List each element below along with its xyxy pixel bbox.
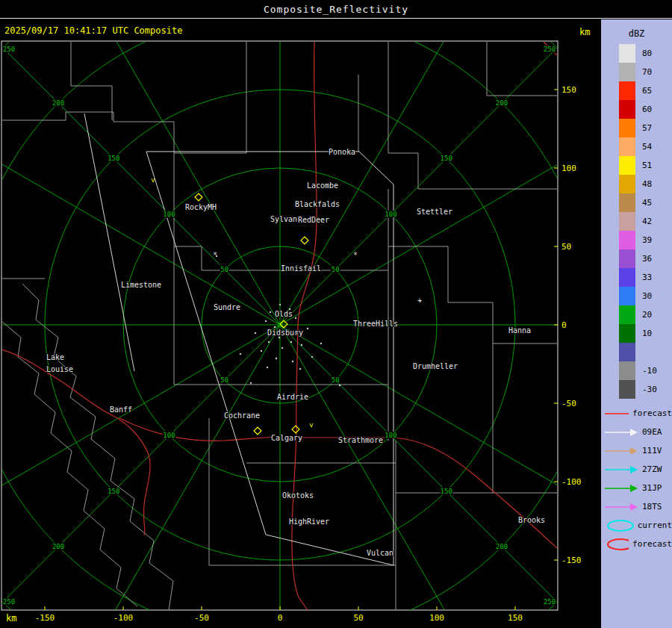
city-label: Cochrane [224, 411, 260, 420]
y-axis-label: 50 [561, 242, 571, 252]
legend-label: forecast [632, 539, 672, 549]
colorbar-entry: 39 [619, 231, 672, 249]
colorbar-swatch [619, 137, 635, 156]
city-label: Ponoka [329, 148, 355, 156]
legend-label: 09EA [642, 427, 662, 437]
legend-sidebar: dBZ 80706560575451484542393633302010-10-… [601, 19, 672, 628]
ring-distance-label: 100 [385, 432, 396, 439]
city-label: Olds [275, 310, 293, 318]
x-axis-label: -100 [113, 613, 134, 623]
city-label: Stettler [417, 208, 452, 216]
timestamp-readout: 2025/09/17 10:41:17 UTC Composite [4, 25, 182, 36]
colorbar-value-label: 48 [642, 179, 652, 189]
colorbar-value-label: 42 [642, 217, 652, 226]
colorbar-value-label: 30 [642, 291, 652, 301]
km-unit-top: km [579, 27, 590, 37]
city-label: Vulcan [367, 549, 393, 557]
radar-app-window: Composite_Reflectivity [0, 0, 672, 628]
radar-site-diamond-marker [195, 193, 202, 201]
legend-entry: 18TS [603, 497, 672, 516]
x-axis-label: 0 [278, 613, 283, 623]
city-label: Calgary [271, 434, 302, 442]
city-label: Sundre [214, 303, 240, 311]
colorbar-value-label: 60 [642, 105, 652, 114]
legend-entries: forecast09EA111V27ZW31JP18TScurrentforec… [603, 404, 672, 553]
city-label: HighRiver [289, 517, 329, 526]
city-label: Drumheller [413, 362, 458, 370]
legend-arrow-icon [603, 462, 638, 477]
echo-asterisk: * [213, 251, 217, 259]
city-label: ThreeHills [353, 320, 398, 328]
legend-arrow-icon [603, 444, 638, 458]
colorbar-entry: 42 [619, 212, 672, 231]
colorbar-entry: 54 [619, 137, 672, 156]
city-label: Lacombe [307, 181, 338, 190]
colorbar-value-label: 70 [642, 67, 652, 77]
site-arrow-marker: v [151, 176, 155, 184]
ring-distance-label: 150 [441, 488, 452, 495]
colorbar-swatch [619, 44, 635, 63]
radial-line [280, 29, 576, 325]
colorbar-swatch [619, 231, 635, 249]
colorbar-swatch [619, 343, 635, 361]
colorbar-entry: 20 [619, 305, 672, 324]
legend-entry: 31JP [603, 479, 672, 497]
colorbar-swatch [619, 81, 635, 100]
x-axis-label: 100 [429, 613, 444, 623]
colorbar-entry: 80 [619, 44, 672, 63]
city-label: Lake [46, 353, 64, 361]
legend-label: forecast [632, 408, 672, 418]
y-axis-label: 100 [561, 164, 576, 173]
legend-ellipse-icon [603, 518, 634, 533]
radial-line [71, 325, 280, 628]
ring-distance-label: 250 [544, 598, 556, 606]
colorbar-swatch [619, 324, 635, 343]
colorbar-value-label: 39 [642, 235, 652, 245]
colorbar-swatch [619, 119, 635, 137]
ring-distance-label: 200 [52, 543, 64, 550]
legend-entry: 111V [603, 441, 672, 460]
colorbar-value-label: 33 [642, 273, 652, 282]
ring-distance-label: 150 [108, 155, 119, 162]
colorbar-swatch [619, 212, 635, 231]
colorbar-entry: 65 [619, 81, 672, 100]
legend-arrow-icon [603, 425, 638, 440]
radar-site-diamond-marker [292, 426, 299, 433]
ring-distance-label: 250 [3, 46, 15, 53]
polar-grid [0, 0, 601, 628]
city-label: Banff [110, 405, 132, 414]
legend-label: 27ZW [642, 464, 662, 474]
colorbar-entry: 10 [619, 324, 672, 343]
city-label: Sylvan [270, 215, 297, 223]
colorbar-entry: 33 [619, 268, 672, 287]
x-axis-label: -50 [194, 613, 209, 623]
city-label: Airdrie [277, 393, 308, 401]
colorbar-entry: 30 [619, 287, 672, 305]
city-label: RedDeer [298, 216, 329, 224]
colorbar-value-label: 10 [642, 329, 652, 338]
radar-site-diamond-marker [301, 237, 308, 244]
legend-ellipse-icon [603, 537, 629, 552]
radial-line [71, 0, 280, 325]
ring-distance-label: 250 [3, 598, 15, 606]
legend-label: 31JP [642, 483, 662, 493]
city-label: Blackfalds [295, 200, 340, 208]
city-label: Strathmore [338, 436, 383, 444]
ring-distance-label: 50 [332, 376, 340, 384]
colorbar-title: dBZ [601, 28, 672, 39]
ring-distance-label: 100 [385, 211, 396, 218]
y-axis-label: 0 [561, 320, 567, 330]
radial-line [0, 116, 280, 325]
echo-plus: + [417, 296, 422, 305]
colorbar-value-label: 36 [642, 254, 652, 264]
colorbar-entry: 48 [619, 175, 672, 193]
colorbar-entry: 51 [619, 156, 672, 175]
ring-distance-label: 200 [496, 99, 508, 107]
legend-entry: forecast [603, 535, 672, 553]
colorbar-swatch [619, 63, 635, 81]
legend-entry: current [603, 516, 672, 535]
colorbar-entry: 70 [619, 63, 672, 81]
colorbar-swatch [619, 287, 635, 305]
ring-distance-label: 50 [332, 266, 340, 273]
colorbar-value-label: 54 [642, 142, 652, 152]
